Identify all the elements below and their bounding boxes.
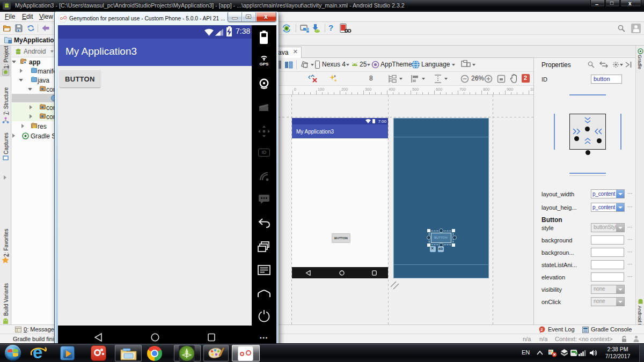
svg-text:2: 2: [540, 327, 543, 332]
